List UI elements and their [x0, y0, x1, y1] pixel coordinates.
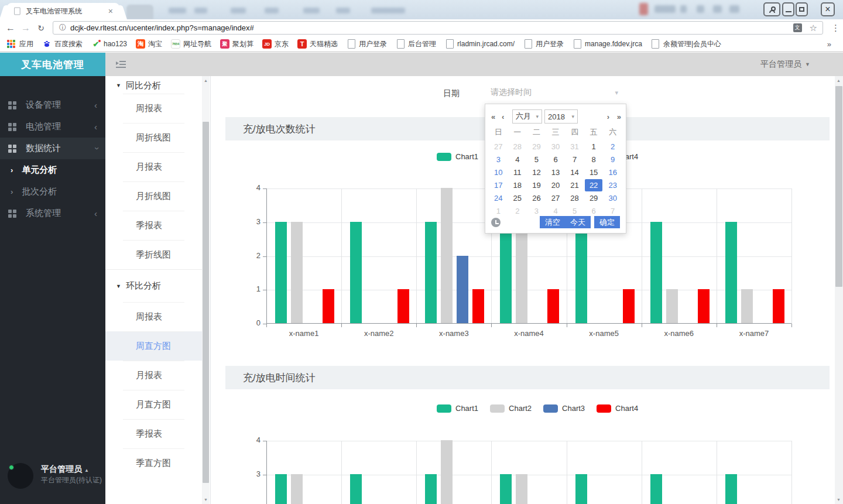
calendar-day-7[interactable]: 7 — [603, 204, 622, 217]
sidebar-item-系统管理[interactable]: 系统管理‹ — [0, 203, 105, 224]
date-select-input[interactable]: 请选择时间 ▾ — [491, 84, 622, 101]
site-info-icon[interactable]: ⓘ — [59, 23, 66, 33]
bookmark-item[interactable]: 聚聚划算 — [220, 39, 253, 49]
legend-item-Chart4[interactable]: Chart4 — [597, 404, 638, 413]
bookmark-apps[interactable]: 应用 — [19, 39, 33, 49]
calendar-day-28[interactable]: 28 — [508, 140, 527, 153]
calendar-day-11[interactable]: 11 — [508, 166, 527, 179]
bookmark-star-icon[interactable]: ☆ — [810, 23, 817, 33]
bookmark-item[interactable]: ✔hao123 — [91, 39, 127, 49]
bookmark-item[interactable]: manage.fddev.jrca — [573, 39, 642, 49]
next-month-icon[interactable]: › — [607, 109, 609, 124]
legend-item-Chart1[interactable]: Chart1 — [437, 404, 478, 413]
month-select[interactable]: 六月 ▾ — [512, 109, 542, 124]
tab-close-icon[interactable]: × — [107, 6, 114, 16]
url-bar[interactable]: ⓘ dcjk-dev.rltest.cn/ucenter/index.php?s… — [53, 21, 823, 35]
year-select[interactable]: 2018 ▾ — [544, 109, 578, 124]
calendar-day-13[interactable]: 13 — [546, 166, 566, 179]
calendar-day-27[interactable]: 27 — [546, 191, 566, 204]
main-scrollbar[interactable]: ▲ ▼ — [835, 76, 843, 504]
calendar-day-4[interactable]: 4 — [508, 153, 527, 166]
calendar-day-5[interactable]: 5 — [527, 153, 546, 166]
bookmark-item[interactable]: 后台管理 — [396, 39, 436, 49]
scrollbar-thumb[interactable] — [835, 86, 842, 287]
calendar-day-19[interactable]: 19 — [527, 179, 546, 191]
clear-button[interactable]: 清空 — [540, 216, 566, 228]
browser-menu-icon[interactable]: ⋮ — [830, 19, 841, 36]
bookmark-item[interactable]: 用户登录 — [347, 39, 387, 49]
scroll-down-icon[interactable]: ▼ — [202, 495, 210, 504]
calendar-day-2[interactable]: 2 — [603, 140, 622, 153]
submenu-scrollbar[interactable]: ▲ ▼ — [202, 76, 210, 504]
submenu-item-月折线图[interactable]: 月折线图 — [105, 181, 202, 211]
calendar-day-30[interactable]: 30 — [603, 191, 622, 204]
calendar-day-3[interactable]: 3 — [527, 204, 546, 217]
calendar-day-5[interactable]: 5 — [565, 204, 584, 217]
submenu-item-季报表[interactable]: 季报表 — [105, 419, 202, 448]
bookmark-item[interactable]: 百度搜索 — [42, 39, 83, 49]
sidebar-collapse-icon[interactable] — [116, 61, 126, 68]
browser-profile-button[interactable] — [763, 2, 780, 16]
calendar-day-8[interactable]: 8 — [584, 153, 604, 166]
window-maximize-button[interactable] — [796, 2, 808, 16]
calendar-day-28[interactable]: 28 — [565, 191, 584, 204]
scroll-down-icon[interactable]: ▼ — [835, 495, 842, 504]
calendar-day-18[interactable]: 18 — [508, 179, 527, 191]
sidebar-item-单元分析[interactable]: ›单元分析 — [0, 159, 105, 181]
submenu-item-周直方图[interactable]: 周直方图 — [105, 331, 202, 361]
submenu-group-环比分析[interactable]: ▼环比分析 — [105, 269, 202, 302]
calendar-day-9[interactable]: 9 — [603, 153, 622, 166]
calendar-day-29[interactable]: 29 — [584, 191, 604, 204]
bookmark-item[interactable]: JD京东 — [262, 39, 289, 49]
calendar-day-23[interactable]: 23 — [603, 179, 622, 191]
today-button[interactable]: 今天 — [565, 216, 591, 228]
forward-button[interactable]: → — [19, 19, 33, 36]
calendar-day-7[interactable]: 7 — [565, 153, 584, 166]
calendar-day-6[interactable]: 6 — [584, 204, 604, 217]
calendar-day-14[interactable]: 14 — [565, 166, 584, 179]
calendar-day-25[interactable]: 25 — [508, 191, 527, 204]
window-minimize-button[interactable] — [782, 2, 794, 16]
confirm-button[interactable]: 确定 — [594, 216, 620, 228]
legend-item-Chart1[interactable]: Chart1 — [437, 152, 478, 161]
submenu-item-月报表[interactable]: 月报表 — [105, 361, 202, 390]
calendar-day-27[interactable]: 27 — [489, 140, 508, 153]
legend-item-Chart2[interactable]: Chart2 — [490, 404, 532, 413]
calendar-day-3[interactable]: 3 — [489, 153, 508, 166]
submenu-item-季报表[interactable]: 季报表 — [105, 211, 202, 240]
calendar-day-2[interactable]: 2 — [508, 204, 527, 217]
clock-icon[interactable] — [491, 218, 501, 227]
calendar-day-30[interactable]: 30 — [546, 140, 566, 153]
refresh-button[interactable]: ↻ — [34, 19, 48, 36]
sidebar-item-批次分析[interactable]: ›批次分析 — [0, 181, 105, 203]
calendar-day-21[interactable]: 21 — [565, 179, 584, 191]
calendar-day-10[interactable]: 10 — [489, 166, 508, 179]
submenu-item-季直方图[interactable]: 季直方图 — [105, 448, 202, 478]
url-text[interactable]: dcjk-dev.rltest.cn/ucenter/index.php?s=m… — [70, 23, 793, 32]
calendar-day-1[interactable]: 1 — [584, 140, 604, 153]
prev-year-icon[interactable]: « — [491, 109, 495, 124]
calendar-day-22[interactable]: 22 — [584, 179, 604, 191]
submenu-item-周折线图[interactable]: 周折线图 — [105, 123, 202, 152]
calendar-day-17[interactable]: 17 — [489, 179, 508, 191]
scroll-up-icon[interactable]: ▲ — [202, 76, 210, 85]
sidebar-item-设备管理[interactable]: 设备管理‹ — [0, 94, 105, 116]
sidebar-item-电池管理[interactable]: 电池管理‹ — [0, 116, 105, 138]
calendar-day-15[interactable]: 15 — [584, 166, 604, 179]
bookmark-item[interactable]: T天猫精选 — [297, 39, 338, 49]
sidebar-item-数据统计[interactable]: 数据统计‹ — [0, 138, 105, 159]
submenu-item-月直方图[interactable]: 月直方图 — [105, 390, 202, 419]
bookmark-item[interactable]: rladmin.jrcad.com/ — [445, 39, 515, 49]
active-tab[interactable]: 叉车电池管理系统 × — [7, 3, 119, 19]
calendar-day-26[interactable]: 26 — [527, 191, 546, 204]
translate-icon[interactable]: 文 — [793, 23, 802, 32]
prev-month-icon[interactable]: ‹ — [502, 109, 504, 124]
scrollbar-thumb[interactable] — [203, 122, 209, 483]
sidebar-user-block[interactable]: 平台管理员▲ 平台管理员(待认证) — [0, 460, 105, 502]
submenu-group-同比分析[interactable]: ▼同比分析 — [105, 77, 202, 94]
calendar-day-31[interactable]: 31 — [565, 140, 584, 153]
back-button[interactable]: ← — [4, 19, 18, 36]
apps-grid-icon[interactable] — [7, 40, 15, 48]
calendar-day-20[interactable]: 20 — [546, 179, 566, 191]
topbar-user-menu[interactable]: 平台管理员 ▼ — [760, 53, 810, 76]
